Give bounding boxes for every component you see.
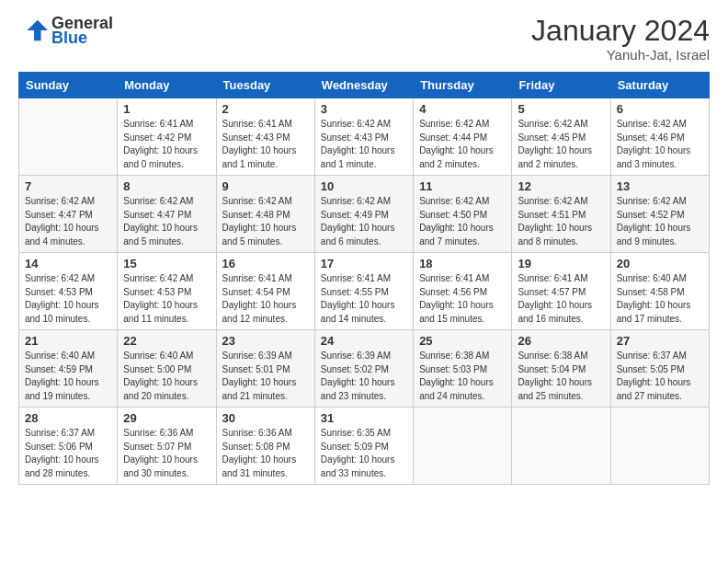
day-number: 25 (419, 334, 506, 348)
day-number: 28 (25, 411, 111, 425)
day-detail: Sunrise: 6:41 AMSunset: 4:57 PMDaylight:… (518, 272, 604, 326)
day-detail: Sunrise: 6:42 AMSunset: 4:53 PMDaylight:… (25, 272, 111, 326)
day-number: 31 (321, 411, 407, 425)
logo-icon (22, 17, 48, 42)
month-title: January 2024 (531, 15, 710, 47)
location: Yanuh-Jat, Israel (531, 47, 710, 63)
calendar-cell: 13Sunrise: 6:42 AMSunset: 4:52 PMDayligh… (610, 176, 709, 253)
day-detail: Sunrise: 6:41 AMSunset: 4:55 PMDaylight:… (321, 272, 407, 326)
svg-marker-0 (28, 20, 48, 40)
day-number: 8 (123, 179, 210, 193)
calendar-cell: 23Sunrise: 6:39 AMSunset: 5:01 PMDayligh… (216, 330, 314, 408)
calendar-cell: 6Sunrise: 6:42 AMSunset: 4:46 PMDaylight… (610, 98, 709, 176)
calendar-cell: 22Sunrise: 6:40 AMSunset: 5:00 PMDayligh… (118, 330, 216, 408)
day-detail: Sunrise: 6:37 AMSunset: 5:06 PMDaylight:… (25, 427, 111, 480)
day-detail: Sunrise: 6:41 AMSunset: 4:54 PMDaylight:… (222, 272, 309, 326)
day-detail: Sunrise: 6:40 AMSunset: 4:59 PMDaylight:… (25, 350, 111, 403)
page: General Blue January 2024 Yanuh-Jat, Isr… (0, 0, 728, 563)
day-number: 19 (518, 257, 604, 270)
calendar-dow-friday: Friday (512, 73, 610, 98)
day-detail: Sunrise: 6:36 AMSunset: 5:07 PMDaylight:… (123, 427, 210, 480)
day-detail: Sunrise: 6:42 AMSunset: 4:47 PMDaylight:… (123, 195, 210, 248)
header: General Blue January 2024 Yanuh-Jat, Isr… (18, 15, 710, 63)
calendar-cell: 20Sunrise: 6:40 AMSunset: 4:58 PMDayligh… (610, 253, 709, 330)
day-detail: Sunrise: 6:42 AMSunset: 4:46 PMDaylight:… (617, 118, 703, 171)
day-number: 18 (419, 257, 506, 270)
day-number: 17 (321, 257, 407, 270)
day-number: 10 (321, 179, 407, 193)
calendar-cell: 14Sunrise: 6:42 AMSunset: 4:53 PMDayligh… (19, 253, 118, 330)
day-detail: Sunrise: 6:37 AMSunset: 5:05 PMDaylight:… (617, 350, 703, 403)
calendar-week-row: 28Sunrise: 6:37 AMSunset: 5:06 PMDayligh… (19, 408, 710, 485)
day-detail: Sunrise: 6:38 AMSunset: 5:04 PMDaylight:… (518, 350, 604, 403)
calendar-cell: 26Sunrise: 6:38 AMSunset: 5:04 PMDayligh… (512, 330, 610, 408)
calendar-table: SundayMondayTuesdayWednesdayThursdayFrid… (18, 72, 710, 485)
calendar-dow-monday: Monday (118, 73, 216, 98)
day-detail: Sunrise: 6:42 AMSunset: 4:47 PMDaylight:… (25, 195, 111, 248)
calendar-cell: 31Sunrise: 6:35 AMSunset: 5:09 PMDayligh… (314, 408, 413, 485)
calendar-dow-sunday: Sunday (19, 73, 118, 98)
calendar-dow-wednesday: Wednesday (314, 73, 413, 98)
calendar-cell: 5Sunrise: 6:42 AMSunset: 4:45 PMDaylight… (512, 98, 610, 176)
day-number: 6 (617, 102, 703, 116)
day-number: 26 (518, 334, 604, 348)
calendar-cell: 21Sunrise: 6:40 AMSunset: 4:59 PMDayligh… (19, 330, 118, 408)
calendar-cell: 2Sunrise: 6:41 AMSunset: 4:43 PMDaylight… (216, 98, 314, 176)
calendar-dow-thursday: Thursday (414, 73, 512, 98)
calendar-cell: 28Sunrise: 6:37 AMSunset: 5:06 PMDayligh… (19, 408, 118, 485)
calendar-week-row: 21Sunrise: 6:40 AMSunset: 4:59 PMDayligh… (19, 330, 710, 408)
day-number: 24 (321, 334, 407, 348)
day-detail: Sunrise: 6:42 AMSunset: 4:49 PMDaylight:… (321, 195, 407, 248)
calendar-week-row: 14Sunrise: 6:42 AMSunset: 4:53 PMDayligh… (19, 253, 710, 330)
calendar-cell: 24Sunrise: 6:39 AMSunset: 5:02 PMDayligh… (314, 330, 413, 408)
day-detail: Sunrise: 6:39 AMSunset: 5:02 PMDaylight:… (321, 350, 407, 403)
calendar-cell: 18Sunrise: 6:41 AMSunset: 4:56 PMDayligh… (414, 253, 512, 330)
calendar-cell: 4Sunrise: 6:42 AMSunset: 4:44 PMDaylight… (414, 98, 512, 176)
day-number: 22 (123, 334, 210, 348)
day-detail: Sunrise: 6:41 AMSunset: 4:56 PMDaylight:… (419, 272, 506, 326)
day-detail: Sunrise: 6:35 AMSunset: 5:09 PMDaylight:… (321, 427, 407, 480)
calendar-cell (610, 408, 709, 485)
calendar-cell: 15Sunrise: 6:42 AMSunset: 4:53 PMDayligh… (118, 253, 216, 330)
logo: General Blue (18, 15, 113, 46)
day-number: 11 (419, 179, 506, 193)
day-number: 4 (419, 102, 506, 116)
calendar-cell: 25Sunrise: 6:38 AMSunset: 5:03 PMDayligh… (414, 330, 512, 408)
calendar-cell: 27Sunrise: 6:37 AMSunset: 5:05 PMDayligh… (610, 330, 709, 408)
day-detail: Sunrise: 6:41 AMSunset: 4:42 PMDaylight:… (123, 118, 210, 171)
day-number: 3 (321, 102, 407, 116)
day-detail: Sunrise: 6:42 AMSunset: 4:51 PMDaylight:… (518, 195, 604, 248)
day-number: 2 (222, 102, 309, 116)
day-number: 30 (222, 411, 309, 425)
calendar-cell: 19Sunrise: 6:41 AMSunset: 4:57 PMDayligh… (512, 253, 610, 330)
day-detail: Sunrise: 6:41 AMSunset: 4:43 PMDaylight:… (222, 118, 309, 171)
day-number: 29 (123, 411, 210, 425)
calendar-cell: 10Sunrise: 6:42 AMSunset: 4:49 PMDayligh… (314, 176, 413, 253)
day-detail: Sunrise: 6:42 AMSunset: 4:43 PMDaylight:… (321, 118, 407, 171)
day-detail: Sunrise: 6:42 AMSunset: 4:53 PMDaylight:… (123, 272, 210, 326)
calendar-cell (19, 98, 118, 176)
day-detail: Sunrise: 6:39 AMSunset: 5:01 PMDaylight:… (222, 350, 309, 403)
calendar-dow-tuesday: Tuesday (216, 73, 314, 98)
calendar-header-row: SundayMondayTuesdayWednesdayThursdayFrid… (19, 73, 710, 98)
calendar-cell: 3Sunrise: 6:42 AMSunset: 4:43 PMDaylight… (314, 98, 413, 176)
day-number: 14 (25, 257, 111, 270)
day-number: 21 (25, 334, 111, 348)
calendar-cell: 12Sunrise: 6:42 AMSunset: 4:51 PMDayligh… (512, 176, 610, 253)
calendar-cell: 8Sunrise: 6:42 AMSunset: 4:47 PMDaylight… (118, 176, 216, 253)
day-detail: Sunrise: 6:42 AMSunset: 4:50 PMDaylight:… (419, 195, 506, 248)
calendar-cell: 17Sunrise: 6:41 AMSunset: 4:55 PMDayligh… (314, 253, 413, 330)
day-number: 5 (518, 102, 604, 116)
day-detail: Sunrise: 6:42 AMSunset: 4:45 PMDaylight:… (518, 118, 604, 171)
calendar-cell: 11Sunrise: 6:42 AMSunset: 4:50 PMDayligh… (414, 176, 512, 253)
calendar-cell (414, 408, 512, 485)
calendar-cell: 29Sunrise: 6:36 AMSunset: 5:07 PMDayligh… (118, 408, 216, 485)
day-number: 7 (25, 179, 111, 193)
day-detail: Sunrise: 6:36 AMSunset: 5:08 PMDaylight:… (222, 427, 309, 480)
calendar-cell: 30Sunrise: 6:36 AMSunset: 5:08 PMDayligh… (216, 408, 314, 485)
day-detail: Sunrise: 6:42 AMSunset: 4:48 PMDaylight:… (222, 195, 309, 248)
calendar-dow-saturday: Saturday (610, 73, 709, 98)
day-detail: Sunrise: 6:40 AMSunset: 5:00 PMDaylight:… (123, 350, 210, 403)
day-number: 27 (617, 334, 703, 348)
calendar-cell: 7Sunrise: 6:42 AMSunset: 4:47 PMDaylight… (19, 176, 118, 253)
